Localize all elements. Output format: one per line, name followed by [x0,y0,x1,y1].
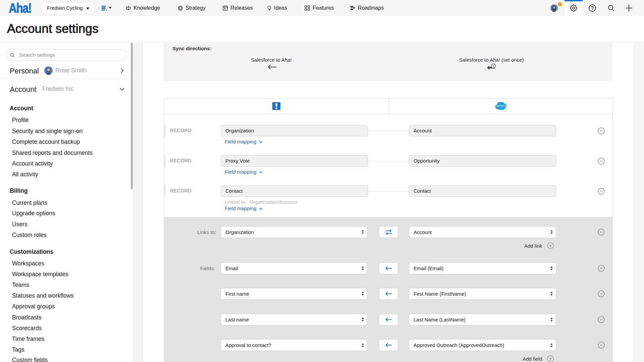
svg-text:1: 1 [492,64,494,68]
svg-text:salesforce: salesforce [496,105,506,107]
